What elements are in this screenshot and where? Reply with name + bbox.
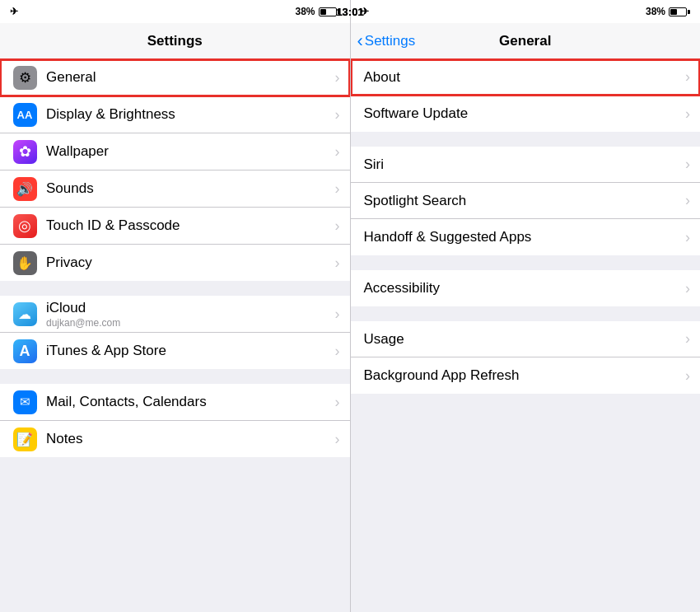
status-bar-right: ✈ 13:01 38%: [351, 0, 701, 23]
list-item-general[interactable]: ⚙ General ›: [0, 59, 350, 96]
icon-icloud: ☁: [7, 296, 43, 332]
chevron-usage: ›: [685, 330, 690, 348]
gap-2-right: [351, 255, 701, 270]
chevron-touchid: ›: [335, 217, 340, 235]
list-item-siri[interactable]: Siri ›: [351, 147, 701, 183]
list-item-notes[interactable]: 📝 Notes ›: [0, 421, 350, 457]
list-item-handoff[interactable]: Handoff & Suggested Apps ›: [351, 219, 701, 255]
label-mail: Mail, Contacts, Calendars: [43, 394, 332, 410]
icon-general: ⚙: [7, 59, 43, 96]
nav-title-left: Settings: [147, 33, 203, 49]
chevron-spotlight: ›: [685, 192, 690, 209]
battery-pct-left: 38%: [295, 6, 315, 17]
list-item-mail[interactable]: ✉ Mail, Contacts, Calendars ›: [0, 384, 350, 421]
left-panel: ✈ 13:01 38% Settings ⚙ General › AA Disp…: [0, 0, 350, 612]
chevron-mail: ›: [335, 394, 340, 411]
label-siri: Siri: [364, 157, 683, 173]
label-handoff: Handoff & Suggested Apps: [364, 229, 683, 245]
list-item-touchid[interactable]: ◎ Touch ID & Passcode ›: [0, 208, 350, 245]
section-1-left: ⚙ General › AA Display & Brightness › ✿ …: [0, 59, 350, 281]
list-item-wallpaper[interactable]: ✿ Wallpaper ›: [0, 133, 350, 171]
list-item-about[interactable]: About ›: [351, 59, 701, 96]
list-item-usage[interactable]: Usage ›: [351, 321, 701, 357]
icloud-label-wrap: iCloud dujkan@me.com: [43, 300, 332, 329]
back-label: Settings: [365, 33, 415, 49]
battery-icon-right: [669, 7, 690, 16]
airplane-icon-right: ✈: [361, 6, 369, 17]
label-icloud: iCloud: [46, 300, 332, 316]
icon-wallpaper: ✿: [7, 133, 43, 170]
list-item-accessibility[interactable]: Accessibility ›: [351, 270, 701, 306]
label-sounds: Sounds: [43, 180, 332, 197]
chevron-left-icon: ‹: [357, 30, 363, 52]
gap-1-right: [351, 132, 701, 147]
list-item-privacy[interactable]: ✋ Privacy ›: [0, 245, 350, 281]
section-1-right: About › Software Update ›: [351, 59, 701, 132]
icon-display: AA: [7, 96, 43, 133]
list-item-software-update[interactable]: Software Update ›: [351, 96, 701, 132]
chevron-icloud: ›: [335, 306, 340, 323]
list-item-background-refresh[interactable]: Background App Refresh ›: [351, 357, 701, 394]
status-left-right: ✈: [361, 6, 369, 17]
icon-privacy: ✋: [7, 245, 43, 281]
label-about: About: [364, 69, 683, 86]
chevron-about: ›: [685, 68, 690, 86]
label-display: Display & Brightness: [43, 106, 332, 123]
icon-notes: 📝: [7, 421, 43, 457]
chevron-siri: ›: [685, 156, 690, 173]
list-item-itunes[interactable]: A iTunes & App Store ›: [0, 333, 350, 369]
nav-title-right: General: [499, 33, 551, 49]
chevron-notes: ›: [335, 431, 340, 448]
chevron-accessibility: ›: [685, 280, 690, 297]
label-accessibility: Accessibility: [364, 280, 683, 297]
status-left: ✈: [10, 6, 18, 17]
list-item-icloud[interactable]: ☁ iCloud dujkan@me.com ›: [0, 296, 350, 333]
chevron-wallpaper: ›: [335, 143, 340, 161]
nav-bar-left: Settings: [0, 23, 350, 59]
label-wallpaper: Wallpaper: [43, 143, 332, 160]
nav-bar-right: ‹ Settings General: [351, 23, 701, 59]
chevron-background-refresh: ›: [685, 367, 690, 385]
label-background-refresh: Background App Refresh: [364, 367, 683, 384]
icon-itunes: A: [7, 333, 43, 369]
back-button[interactable]: ‹ Settings: [357, 30, 416, 52]
gap-2-left: [0, 369, 350, 384]
chevron-privacy: ›: [335, 255, 340, 272]
list-item-display[interactable]: AA Display & Brightness ›: [0, 96, 350, 133]
chevron-handoff: ›: [685, 229, 690, 246]
status-bar-left: ✈ 13:01 38%: [0, 0, 350, 23]
label-touchid: Touch ID & Passcode: [43, 217, 332, 234]
label-general: General: [43, 69, 332, 86]
status-right-left: 38%: [295, 6, 339, 17]
label-spotlight: Spotlight Search: [364, 193, 683, 209]
list-item-sounds[interactable]: 🔊 Sounds ›: [0, 171, 350, 208]
chevron-software-update: ›: [685, 105, 690, 123]
chevron-display: ›: [335, 106, 340, 124]
section-2-right: Siri › Spotlight Search › Handoff & Sugg…: [351, 147, 701, 255]
label-notes: Notes: [43, 431, 332, 447]
icon-sounds: 🔊: [7, 171, 43, 207]
gap-3-right: [351, 306, 701, 321]
section-3-left: ✉ Mail, Contacts, Calendars › 📝 Notes ›: [0, 384, 350, 457]
chevron-sounds: ›: [335, 180, 340, 198]
status-right-right: 38%: [646, 6, 690, 17]
section-4-right: Usage › Background App Refresh ›: [351, 321, 701, 394]
gap-1-left: [0, 281, 350, 296]
label-usage: Usage: [364, 331, 683, 348]
section-3-right: Accessibility ›: [351, 270, 701, 306]
sublabel-icloud: dujkan@me.com: [46, 317, 332, 329]
label-privacy: Privacy: [43, 255, 332, 271]
chevron-general: ›: [335, 69, 340, 86]
chevron-itunes: ›: [335, 343, 340, 360]
section-2-left: ☁ iCloud dujkan@me.com › A iTunes & App …: [0, 296, 350, 369]
label-itunes: iTunes & App Store: [43, 343, 332, 359]
label-software-update: Software Update: [364, 105, 683, 122]
battery-icon-left: [319, 7, 340, 16]
icon-mail: ✉: [7, 384, 43, 420]
right-panel: ✈ 13:01 38% ‹ Settings General About › S…: [351, 0, 701, 612]
battery-pct-right: 38%: [646, 6, 665, 17]
icon-touchid: ◎: [7, 208, 43, 244]
list-item-spotlight[interactable]: Spotlight Search ›: [351, 183, 701, 219]
airplane-icon: ✈: [10, 6, 18, 17]
